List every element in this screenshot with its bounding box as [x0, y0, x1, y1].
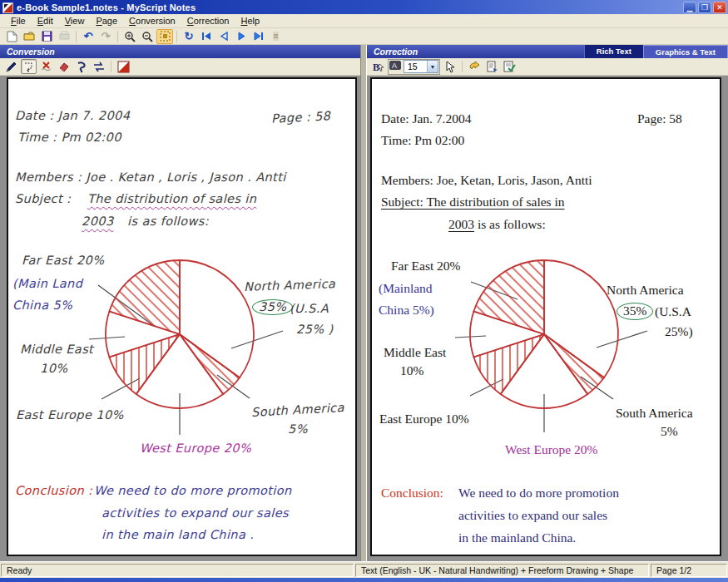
conclusion-label: Conclusion:: [381, 486, 443, 501]
subject-line-1: The distribution of sales in: [87, 192, 256, 205]
menu-bar: File Edit View Page Conversion Correctio…: [0, 14, 728, 28]
toolbar-separator: [462, 61, 463, 72]
first-page-button[interactable]: [198, 29, 215, 44]
pane-splitter[interactable]: [360, 45, 367, 561]
pie-slice-east-europe: [109, 334, 180, 394]
subject-line-2: is as follows:: [127, 215, 209, 228]
last-page-button[interactable]: [250, 29, 267, 44]
copy-text-icon[interactable]: [467, 59, 483, 74]
date-line: Date : Jan 7. 2004: [15, 109, 130, 122]
subject-line-1: Subject: The distribution of sales in: [381, 195, 565, 210]
pie-label-middle-east-2: 10%: [40, 362, 67, 375]
pie-slice-middle-east: [470, 312, 544, 358]
conclusion-label: Conclusion :: [15, 484, 92, 497]
validate-icon[interactable]: [502, 59, 518, 74]
pie-label-mainland-1: (Main Land: [12, 277, 82, 290]
correction-toolbar: B A 15 ▼: [367, 58, 728, 76]
recognition-settings-icon[interactable]: [73, 59, 89, 74]
green-circle-annotation: 35%: [252, 299, 293, 315]
pie-label-south-america-1: South America: [251, 401, 344, 419]
pie-label-middle-east-2: 10%: [400, 363, 423, 378]
pie-label-west-europe: West Europe 20%: [140, 441, 251, 455]
menu-item-page[interactable]: Page: [90, 15, 123, 27]
status-bar: Ready Text (English - UK - Natural Handw…: [0, 561, 728, 578]
pen-icon[interactable]: [3, 59, 19, 74]
subject-year: 2003: [82, 215, 114, 228]
pie-label-south-america-1: South America: [616, 406, 693, 421]
green-circle-annotation: 35%: [617, 303, 653, 320]
chevron-down-icon[interactable]: ▼: [427, 61, 438, 72]
tab-rich-text[interactable]: Rich Text: [584, 45, 643, 58]
open-button[interactable]: [21, 29, 37, 44]
pie-slice-south-america: [180, 334, 240, 394]
conversion-pane: Conversion: [0, 45, 360, 561]
correction-pane: Correction Rich Text Graphics & Text B A…: [367, 45, 728, 561]
pie-slice-west-europe: [136, 334, 224, 408]
page-number: Page : 58: [271, 109, 331, 126]
toolbar-overflow-button[interactable]: [268, 29, 285, 44]
conversion-pane-header: Conversion: [0, 45, 360, 58]
undo-button[interactable]: ↶: [80, 29, 97, 44]
redo-button: ↷: [97, 29, 114, 44]
tab-graphics-and-text[interactable]: Graphics & Text: [643, 45, 728, 58]
pie-slice-east-europe: [473, 334, 544, 394]
rotate-page-button[interactable]: ↻: [181, 29, 197, 44]
font-size-select[interactable]: 15 ▼: [404, 60, 438, 73]
new-document-button[interactable]: [3, 29, 20, 44]
menu-item-view[interactable]: View: [59, 15, 91, 27]
pie-label-north-america: North America: [607, 283, 684, 298]
menu-item-file[interactable]: File: [5, 15, 32, 27]
save-button[interactable]: [38, 29, 55, 44]
reflow-icon[interactable]: [91, 59, 106, 74]
pie-label-mainland-1: (Mainland: [379, 281, 433, 296]
pie-label-usa-1: (U.S.A: [655, 304, 691, 319]
close-button[interactable]: ✕: [713, 2, 726, 13]
conclusion-line-3: in the mainland China.: [458, 530, 576, 545]
toolbar-separator: [111, 61, 111, 72]
eraser-icon[interactable]: [56, 59, 72, 74]
save-text-icon[interactable]: [484, 59, 500, 74]
conversion-page-area: Date : Jan 7. 2004 Page : 58 Time : Pm 0…: [0, 76, 360, 561]
pie-value-35: 35%: [617, 303, 653, 320]
next-page-button[interactable]: [233, 29, 250, 44]
menu-item-edit[interactable]: Edit: [32, 15, 59, 27]
menu-item-conversion[interactable]: Conversion: [123, 15, 181, 27]
pie-label-east-europe: East Europe 10%: [379, 412, 469, 427]
pie-label-south-america-2: 5%: [288, 422, 308, 436]
zoom-out-button[interactable]: [139, 29, 156, 44]
edit-text-icon[interactable]: B: [370, 59, 386, 74]
pie-label-east-europe: East Europe 10%: [16, 408, 124, 422]
conclusion-line-1: We need to do more promotion: [94, 484, 292, 497]
convert-icon[interactable]: [116, 59, 131, 74]
toolbar-separator: [76, 31, 77, 42]
delete-stroke-icon[interactable]: [38, 59, 54, 74]
members-line: Members: Joe, Ketan, Loris, Jason, Antti: [381, 173, 592, 188]
restore-button[interactable]: ❐: [698, 2, 711, 13]
date-line: Date: Jan. 7.2004: [381, 111, 471, 126]
handwritten-page[interactable]: Date : Jan 7. 2004 Page : 58 Time : Pm 0…: [7, 77, 357, 556]
svg-text:A: A: [392, 62, 397, 70]
pie-slice-far-east: [473, 260, 544, 334]
subject-line-2: 2003 is as follows:: [448, 217, 546, 232]
zoom-in-button[interactable]: [121, 29, 138, 44]
conclusion-line-2: activities to expand our sales: [458, 508, 607, 523]
conversion-pane-title: Conversion: [7, 47, 55, 57]
workspace: Conversion: [0, 45, 728, 561]
pie-slice-middle-east: [106, 312, 180, 358]
lasso-select-icon[interactable]: [21, 59, 37, 74]
correction-pane-header: Correction Rich Text Graphics & Text: [367, 45, 728, 58]
previous-page-button[interactable]: [215, 29, 232, 44]
window-title: e-Book Sample1.notes - MyScript Notes: [17, 2, 683, 12]
menu-item-correction[interactable]: Correction: [181, 15, 235, 27]
fit-page-button[interactable]: [156, 29, 173, 44]
converted-text-page[interactable]: Date: Jan. 7.2004 Page: 58 Time: Pm 02:0…: [370, 77, 721, 556]
pie-slice-south-america: [544, 334, 604, 394]
status-ready: Ready: [1, 564, 354, 577]
status-recognition-mode: Text (English - UK - Natural Handwriting…: [355, 564, 649, 577]
menu-item-help[interactable]: Help: [235, 15, 265, 27]
toolbar-separator: [117, 31, 118, 42]
select-cursor-icon[interactable]: [442, 59, 458, 74]
minimize-button[interactable]: ▁: [683, 2, 696, 13]
pie-label-far-east: Far East 20%: [391, 259, 461, 274]
pie-label-usa-2: 25%): [665, 324, 693, 339]
